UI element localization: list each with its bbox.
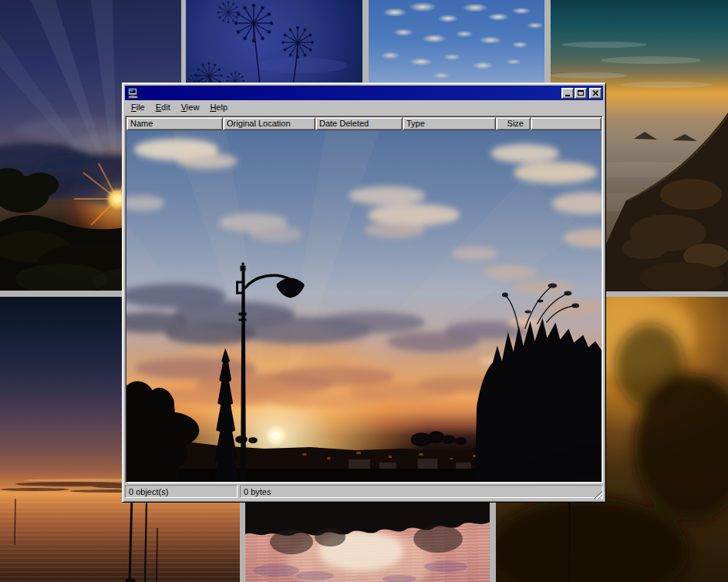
lamp-sunset-art	[126, 130, 602, 482]
deleted-items-list[interactable]: Name Original Location Date Deleted Type…	[125, 116, 603, 483]
maximize-icon	[578, 90, 584, 96]
column-header-name[interactable]: Name	[126, 117, 223, 130]
window-controls	[561, 88, 602, 99]
title-bar[interactable]	[125, 86, 603, 100]
menu-help[interactable]: Help	[204, 101, 233, 115]
seed-heads-art	[186, 0, 362, 85]
menu-view[interactable]: View	[176, 101, 205, 115]
column-header-type[interactable]: Type	[403, 117, 496, 130]
column-header-date-deleted[interactable]: Date Deleted	[315, 117, 403, 130]
maximize-button[interactable]	[575, 88, 587, 99]
column-header-row: Name Original Location Date Deleted Type…	[126, 117, 602, 130]
menu-edit[interactable]: Edit	[150, 101, 176, 115]
minimize-icon	[565, 95, 570, 96]
recycle-bin-window: File Edit View Help Name Original Locati…	[122, 82, 606, 503]
column-header-filler	[531, 117, 602, 130]
minimize-button[interactable]	[561, 88, 574, 99]
column-header-original-location[interactable]: Original Location	[223, 117, 315, 130]
status-object-count: 0 object(s)	[125, 485, 238, 498]
status-bar: 0 object(s) 0 bytes	[125, 485, 603, 500]
wallpaper-tile-flecked-clouds	[369, 0, 544, 85]
column-header-size[interactable]: Size	[496, 117, 531, 130]
client-area-wallpaper-showthrough	[126, 130, 602, 482]
status-total-size: 0 bytes	[240, 485, 603, 498]
computer-icon	[127, 88, 139, 99]
close-icon	[592, 90, 599, 96]
menu-file[interactable]: File	[126, 101, 150, 115]
menu-bar: File Edit View Help	[125, 100, 603, 116]
close-button[interactable]	[589, 88, 602, 99]
wallpaper-tile-seed-heads	[186, 0, 362, 85]
